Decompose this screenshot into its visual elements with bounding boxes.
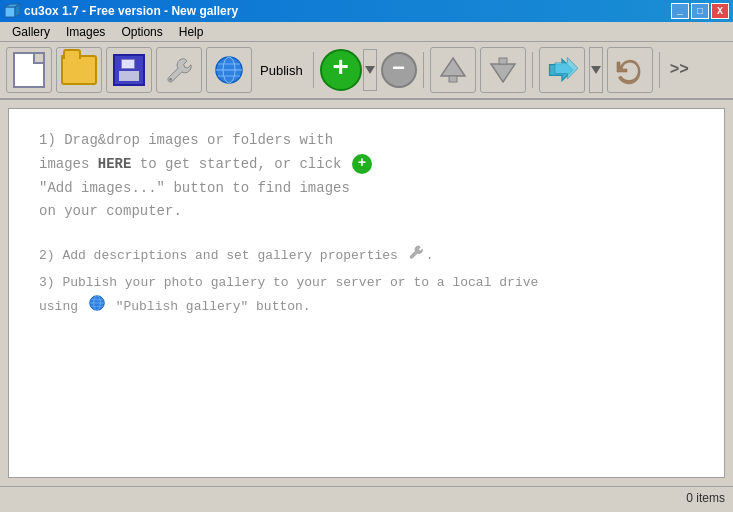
menu-help[interactable]: Help [171, 23, 212, 41]
add-images-container: + [320, 49, 377, 91]
inline-add-icon: + [352, 154, 372, 174]
up-arrow-icon [437, 54, 469, 86]
export-icon [546, 54, 578, 86]
separator-4 [659, 52, 660, 88]
remove-images-button[interactable]: − [381, 52, 417, 88]
step1-text-2: images [39, 156, 98, 172]
step1-text-5: on your computer. [39, 203, 182, 219]
title-buttons[interactable]: _ □ X [671, 3, 729, 19]
step1-text-3: to get started, or click [131, 156, 341, 172]
publish-button[interactable]: Publish [256, 63, 307, 78]
title-bar: cu3ox 1.7 - Free version - New gallery _… [0, 0, 733, 22]
svg-marker-12 [491, 64, 515, 82]
minus-icon: − [392, 59, 405, 81]
separator-3 [532, 52, 533, 88]
menu-images[interactable]: Images [58, 23, 113, 41]
svg-marker-9 [365, 66, 375, 74]
items-count: 0 items [686, 491, 725, 505]
globe-icon [213, 54, 245, 86]
add-images-button[interactable]: + [320, 49, 362, 91]
move-up-button[interactable] [430, 47, 476, 93]
app-icon [4, 3, 20, 19]
svg-rect-13 [499, 58, 507, 64]
new-icon [13, 52, 45, 88]
save-icon [113, 54, 145, 86]
save-gallery-button[interactable] [106, 47, 152, 93]
globe-button[interactable] [206, 47, 252, 93]
main-content-area: 1) Drag&drop images or folders with imag… [8, 108, 725, 478]
step1-here: HERE [98, 156, 132, 172]
step1-instruction: 1) Drag&drop images or folders with imag… [39, 129, 694, 224]
menu-gallery[interactable]: Gallery [4, 23, 58, 41]
step2-instruction: 2) Add descriptions and set gallery prop… [39, 244, 694, 268]
svg-rect-11 [449, 76, 457, 82]
new-gallery-button[interactable] [6, 47, 52, 93]
status-bar: 0 items [0, 486, 733, 508]
plus-icon: + [332, 55, 349, 83]
step2-text: 2) Add descriptions and set gallery prop… [39, 249, 398, 264]
window-title: cu3ox 1.7 - Free version - New gallery [24, 4, 238, 18]
move-down-button[interactable] [480, 47, 526, 93]
menu-options[interactable]: Options [113, 23, 170, 41]
properties-button[interactable] [156, 47, 202, 93]
menu-bar: Gallery Images Options Help [0, 22, 733, 42]
toolbar: Publish + − [0, 42, 733, 100]
undo-icon [614, 54, 646, 86]
chevron-down-icon [365, 66, 375, 74]
folder-icon [61, 55, 97, 85]
export-dropdown[interactable] [589, 47, 603, 93]
chevron-down-icon-2 [591, 66, 601, 74]
step3-text-1: 3) Publish your photo gallery to your se… [39, 275, 538, 290]
step1-text-1: 1) Drag&drop images or folders with [39, 132, 333, 148]
inline-globe-icon [88, 294, 106, 320]
maximize-button[interactable]: □ [691, 3, 709, 19]
undo-button[interactable] [607, 47, 653, 93]
separator-2 [423, 52, 424, 88]
step3-text-3: "Publish gallery" button. [116, 300, 311, 315]
more-button[interactable]: >> [666, 57, 693, 83]
svg-point-3 [169, 78, 172, 81]
svg-marker-16 [591, 66, 601, 74]
minimize-button[interactable]: _ [671, 3, 689, 19]
step3-text-2: using [39, 300, 78, 315]
add-images-dropdown[interactable] [363, 49, 377, 91]
open-gallery-button[interactable] [56, 47, 102, 93]
close-button[interactable]: X [711, 3, 729, 19]
svg-rect-0 [5, 7, 15, 17]
svg-marker-10 [441, 58, 465, 76]
separator-1 [313, 52, 314, 88]
wrench-icon [164, 55, 194, 85]
instructions-panel: 1) Drag&drop images or folders with imag… [39, 129, 694, 320]
down-arrow-icon [487, 54, 519, 86]
inline-wrench-icon [408, 244, 424, 268]
step3-instruction: 3) Publish your photo gallery to your se… [39, 272, 694, 320]
export-button[interactable] [539, 47, 585, 93]
step1-text-4: "Add images..." button to find images [39, 180, 350, 196]
